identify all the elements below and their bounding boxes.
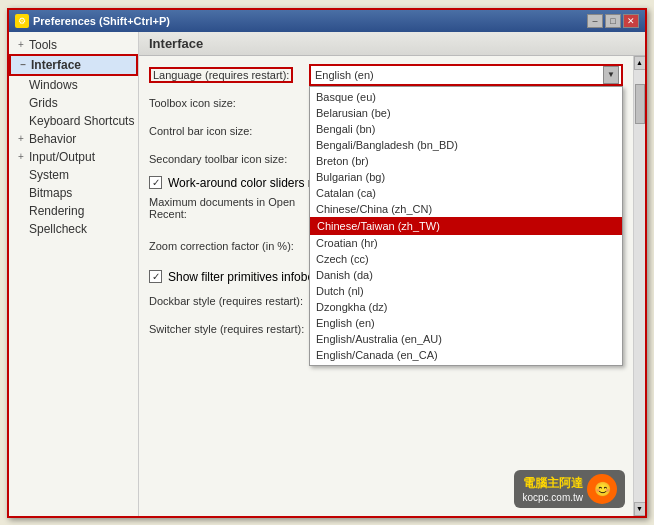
sidebar-label-interface: Interface <box>31 58 81 72</box>
main-panel: Interface Language (requires restart): E… <box>139 32 645 516</box>
language-control: English (en) ▼ System defaultAlbanian (s… <box>309 64 623 86</box>
dropdown-item[interactable]: English/Canada (en_CA) <box>310 347 622 363</box>
title-bar-left: ⚙ Preferences (Shift+Ctrl+P) <box>15 14 170 28</box>
dockbar-label: Dockbar style (requires restart): <box>149 295 309 307</box>
dropdown-item[interactable]: Czech (cc) <box>310 251 622 267</box>
language-label-text: Language (requires restart): <box>149 67 293 83</box>
sidebar-item-interface[interactable]: – Interface <box>9 54 138 76</box>
dropdown-item[interactable]: Dutch (nl) <box>310 283 622 299</box>
sidebar-label-system: System <box>29 168 69 182</box>
dropdown-item[interactable]: English (en) <box>310 315 622 331</box>
scroll-up-button[interactable]: ▲ <box>634 56 646 70</box>
sidebar-label-bitmaps: Bitmaps <box>29 186 72 200</box>
sidebar-item-tools[interactable]: + Tools <box>9 36 138 54</box>
language-dropdown-arrow[interactable]: ▼ <box>603 66 619 84</box>
dropdown-item[interactable]: Breton (br) <box>310 153 622 169</box>
inputoutput-expand-icon: + <box>15 151 27 162</box>
scroll-down-button[interactable]: ▼ <box>634 502 646 516</box>
sidebar-item-behavior[interactable]: + Behavior <box>9 130 138 148</box>
controlbar-label: Control bar icon size: <box>149 125 309 137</box>
language-select-header[interactable]: English (en) ▼ <box>309 64 623 86</box>
sidebar-item-bitmaps[interactable]: Bitmaps <box>9 184 138 202</box>
interface-expand-icon: – <box>17 59 29 70</box>
sidebar-item-keyboard[interactable]: Keyboard Shortcuts <box>9 112 138 130</box>
sidebar-label-rendering: Rendering <box>29 204 84 218</box>
minimize-button[interactable]: – <box>587 14 603 28</box>
toolbox-label: Toolbox icon size: <box>149 97 309 109</box>
sidebar-item-rendering[interactable]: Rendering <box>9 202 138 220</box>
dropdown-item[interactable]: Basque (eu) <box>310 89 622 105</box>
tools-expand-icon: + <box>15 39 27 50</box>
maxdocs-label: Maximum documents in Open Recent: <box>149 196 309 220</box>
sidebar-label-windows: Windows <box>29 78 78 92</box>
sidebar-label-tools: Tools <box>29 38 57 52</box>
preferences-window: ⚙ Preferences (Shift+Ctrl+P) – □ ✕ + Too… <box>7 8 647 518</box>
sidebar-item-windows[interactable]: Windows <box>9 76 138 94</box>
watermark-icon: 😊 <box>587 474 617 504</box>
scrollbar-thumb[interactable] <box>635 84 645 124</box>
sidebar: + Tools – Interface Windows Grids Keyboa… <box>9 32 139 516</box>
zoom-label: Zoom correction factor (in %): <box>149 240 309 252</box>
secondary-toolbar-label: Secondary toolbar icon size: <box>149 153 309 165</box>
maximize-button[interactable]: □ <box>605 14 621 28</box>
language-selected-value: English (en) <box>315 69 374 81</box>
watermark-site: kocpc.com.tw <box>522 492 583 503</box>
window-body: + Tools – Interface Windows Grids Keyboa… <box>9 32 645 516</box>
dropdown-item[interactable]: Catalan (ca) <box>310 185 622 201</box>
workaround-checkbox[interactable] <box>149 176 162 189</box>
sidebar-label-behavior: Behavior <box>29 132 76 146</box>
title-buttons: – □ ✕ <box>587 14 639 28</box>
sidebar-item-spellcheck[interactable]: Spellcheck <box>9 220 138 238</box>
dropdown-item[interactable]: Chinese/China (zh_CN) <box>310 201 622 217</box>
watermark-text-block: 電腦主阿達 kocpc.com.tw <box>522 475 583 503</box>
sidebar-label-keyboard: Keyboard Shortcuts <box>29 114 134 128</box>
dropdown-item[interactable]: Bulgarian (bg) <box>310 169 622 185</box>
switcher-label: Switcher style (requires restart): <box>149 323 309 335</box>
sidebar-item-inputoutput[interactable]: + Input/Output <box>9 148 138 166</box>
watermark: 電腦主阿達 kocpc.com.tw 😊 <box>514 470 625 508</box>
scrollbar[interactable]: ▲ ▼ <box>633 56 645 516</box>
showfilter-checkbox[interactable] <box>149 270 162 283</box>
sidebar-item-grids[interactable]: Grids <box>9 94 138 112</box>
close-button[interactable]: ✕ <box>623 14 639 28</box>
panel-content: Language (requires restart): English (en… <box>139 56 633 516</box>
language-select-wrapper: English (en) ▼ System defaultAlbanian (s… <box>309 64 623 86</box>
dropdown-item[interactable]: Bengali/Bangladesh (bn_BD) <box>310 137 622 153</box>
dropdown-item[interactable]: Bengali (bn) <box>310 121 622 137</box>
sidebar-item-system[interactable]: System <box>9 166 138 184</box>
dropdown-item[interactable]: Belarusian (be) <box>310 105 622 121</box>
sidebar-label-grids: Grids <box>29 96 58 110</box>
sidebar-label-spellcheck: Spellcheck <box>29 222 87 236</box>
dropdown-item[interactable]: English/Australia (en_AU) <box>310 331 622 347</box>
dropdown-item[interactable]: Croatian (hr) <box>310 235 622 251</box>
language-row: Language (requires restart): English (en… <box>149 64 623 86</box>
language-dropdown-list[interactable]: System defaultAlbanian (sq)Amharic (am)A… <box>309 86 623 366</box>
language-label: Language (requires restart): <box>149 67 309 83</box>
window-title: Preferences (Shift+Ctrl+P) <box>33 15 170 27</box>
dropdown-item[interactable]: Dzongkha (dz) <box>310 299 622 315</box>
watermark-chinese: 電腦主阿達 <box>523 475 583 492</box>
dropdown-item[interactable]: Chinese/Taiwan (zh_TW) <box>310 217 622 235</box>
behavior-expand-icon: + <box>15 133 27 144</box>
title-bar: ⚙ Preferences (Shift+Ctrl+P) – □ ✕ <box>9 10 645 32</box>
dropdown-item[interactable]: English/Great Britain (en_GB) <box>310 363 622 366</box>
sidebar-label-inputoutput: Input/Output <box>29 150 95 164</box>
panel-header: Interface <box>139 32 645 56</box>
dropdown-item[interactable]: Danish (da) <box>310 267 622 283</box>
app-icon: ⚙ <box>15 14 29 28</box>
